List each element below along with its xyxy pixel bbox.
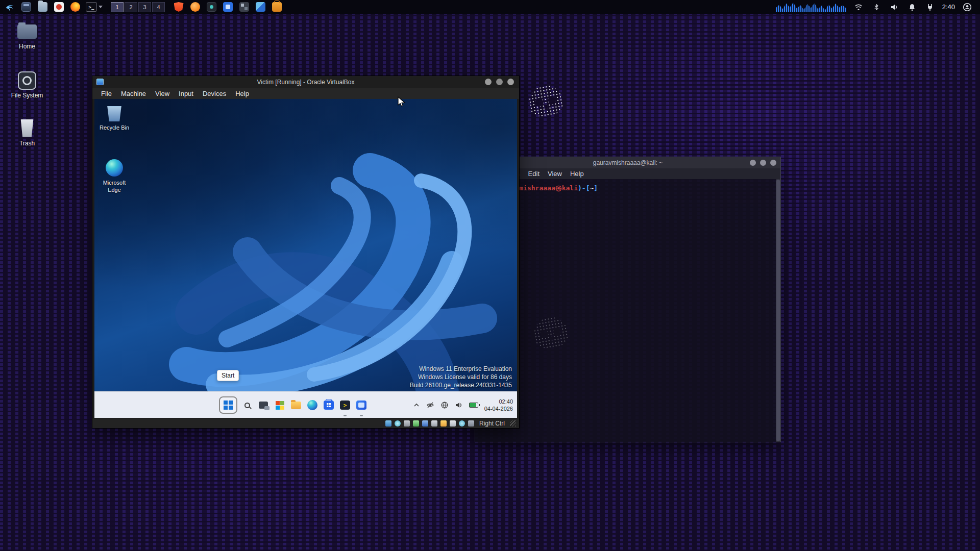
workspace-3[interactable]: 3 [138,2,151,12]
usb-icon[interactable] [431,420,437,427]
top-panel: >_ 1 2 3 4 [0,0,980,14]
optical-disc-icon[interactable] [395,420,401,427]
wifi-button[interactable] [853,2,864,13]
running-indicator [360,415,363,416]
panel-app-blue[interactable] [222,2,233,13]
tray-privacy-button[interactable] [426,401,434,409]
vbox-menu-file[interactable]: File [96,89,116,98]
vm-icon-microsoft-edge[interactable]: Microsoft Edge [96,159,132,193]
windows-terminal-button[interactable]: > [338,398,352,412]
microsoft-365-button[interactable] [273,398,286,412]
vbox-menu-input[interactable]: Input [174,89,198,98]
vbox-menu-help[interactable]: Help [231,89,254,98]
display-icon[interactable] [385,420,391,427]
tray-clock[interactable]: 02:40 04-04-2026 [484,398,513,412]
user-menu-button[interactable] [962,2,973,13]
edge-icon [307,400,317,410]
shell-prompt: ┌──(gauravmishraaaa㉿kali)-[~] [479,184,772,193]
chevron-down-icon [99,6,103,8]
tray-volume-button[interactable] [455,401,463,409]
vbox-close-button[interactable] [507,79,514,85]
panel-clock[interactable]: 2:40 [942,3,955,11]
bluetooth-button[interactable] [871,2,882,13]
start-button[interactable] [219,396,237,414]
workspace-switcher: 1 2 3 4 [111,2,165,12]
store-button[interactable] [322,398,335,412]
virtualbox-icon [256,2,265,12]
file-explorer-button[interactable] [289,398,303,412]
terminal-minimize-button[interactable] [750,160,756,166]
terminal-menu-help[interactable]: Help [566,169,588,179]
panel-app-grey[interactable] [238,2,250,13]
panel-app-brave[interactable] [173,2,184,13]
tray-battery-button[interactable] [469,403,478,408]
panel-app-toolbox[interactable] [271,2,282,13]
desktop-icon-trash[interactable]: Trash [10,119,44,147]
file-system-icon [18,71,36,90]
keyboard-icon[interactable] [468,420,474,427]
folder-icon [38,2,47,12]
vbox-minimize-button[interactable] [485,79,492,85]
panel-app-orange[interactable] [189,2,201,13]
panel-app-dark[interactable] [206,2,217,13]
desktop-icon-home[interactable]: Home [10,24,44,50]
virtualbox-window: Victim [Running] - Oracle VirtualBox Fil… [92,76,520,429]
audio-icon[interactable] [413,420,419,427]
vbox-menu-devices[interactable]: Devices [198,89,231,98]
panel-app-file-manager[interactable] [37,2,48,13]
mouse-icon[interactable] [459,420,465,427]
resize-grip[interactable] [510,420,516,427]
hard-disk-icon[interactable] [404,420,410,427]
tray-chevron-button[interactable] [413,402,420,409]
terminal-menu-view[interactable]: View [544,169,566,179]
panel-app-firefox[interactable] [69,2,81,13]
terminal-close-button[interactable] [770,160,776,166]
search-button[interactable] [240,398,254,412]
terminal-menubar: File Actions Edit View Help [475,168,780,179]
volume-button[interactable] [889,2,900,13]
vbox-menu-machine[interactable]: Machine [116,89,151,98]
host-key-label: Right Ctrl [479,420,505,427]
vm-icon-recycle-bin[interactable]: Recycle Bin [96,104,132,131]
terminal-launcher[interactable]: >_ [86,2,103,12]
edge-button[interactable] [306,398,319,412]
kali-dragon-icon [5,2,15,12]
desktop-icon-file-system[interactable]: File System [10,71,44,99]
workspace-2[interactable]: 2 [125,2,137,12]
eye-slash-icon [426,401,434,409]
network-icon[interactable] [422,420,428,427]
clipboard-icon[interactable] [450,420,456,427]
virtualbox-titlebar[interactable]: Victim [Running] - Oracle VirtualBox [92,76,519,88]
panel-app-red-browser[interactable] [53,2,64,13]
panel-app-virtualbox[interactable] [255,2,266,13]
bluetooth-icon [873,3,880,11]
shared-folder-icon[interactable] [440,420,447,427]
toolbox-icon [272,2,282,12]
terminal-menu-edit[interactable]: Edit [524,169,544,179]
vm-taskbar: > [94,391,517,418]
speaker-icon [455,401,463,409]
workspace-1[interactable]: 1 [111,2,124,12]
windows-bloom-wallpaper [94,99,517,391]
terminal-launcher-icon: >_ [86,2,97,12]
terminal-titlebar[interactable]: gauravmishraaaa@kali: ~ [475,157,780,168]
vbox-maximize-button[interactable] [496,79,503,85]
terminal-scrollbar[interactable] [776,179,780,442]
kali-menu-button[interactable] [4,2,15,13]
notifications-button[interactable] [906,2,918,13]
panel-app-window[interactable] [20,2,32,13]
power-manager-button[interactable] [924,2,936,13]
vbox-menu-view[interactable]: View [151,89,174,98]
terminal-maximize-button[interactable] [760,160,766,166]
task-view-button[interactable] [257,398,270,412]
bell-icon [908,3,916,11]
blue-app-icon [223,2,233,12]
tray-network-button[interactable] [440,401,449,409]
red-app-icon [54,2,64,12]
vm-screen[interactable]: Recycle Bin Microsoft Edge Windows 11 En… [94,99,517,418]
store-icon [324,400,334,410]
photos-button[interactable] [355,398,368,412]
workspace-4[interactable]: 4 [152,2,165,12]
terminal-content[interactable]: ┌──(gauravmishraaaa㉿kali)-[~] [475,179,776,442]
recycle-bin-icon [107,104,122,121]
